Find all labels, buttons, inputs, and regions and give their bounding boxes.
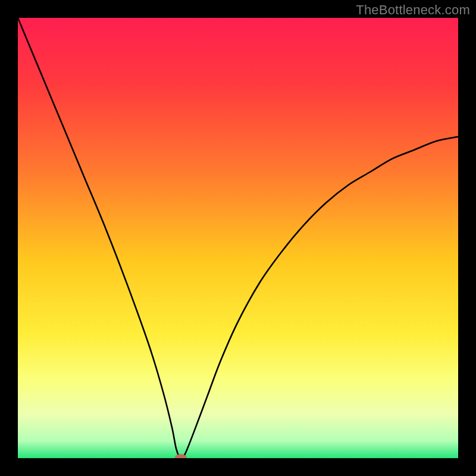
gradient-background [18, 18, 458, 458]
plot-area [18, 18, 458, 458]
chart-frame: TheBottleneck.com [0, 0, 476, 476]
watermark-text: TheBottleneck.com [356, 2, 470, 18]
plot-svg [18, 18, 458, 458]
